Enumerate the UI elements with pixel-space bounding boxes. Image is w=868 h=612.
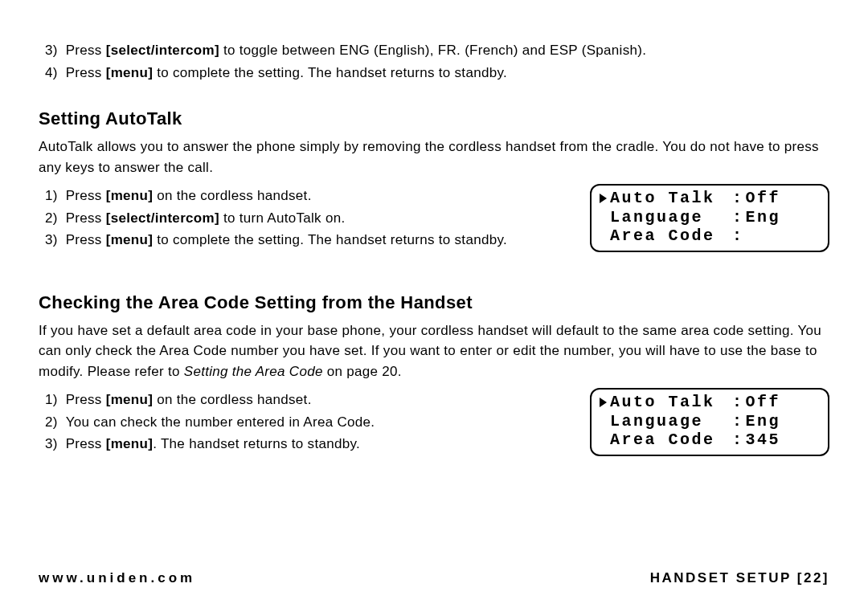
step-number: 4) bbox=[39, 63, 66, 84]
key-select-intercom: [select/intercom] bbox=[106, 210, 219, 226]
autotalk-step-1: 1) Press [menu] on the cordless handset. bbox=[39, 186, 575, 206]
lcd-row-auto-talk: Auto Talk : Off bbox=[600, 393, 820, 412]
step-number: 3) bbox=[39, 40, 66, 61]
step-text: Press [menu]. The handset returns to sta… bbox=[66, 434, 575, 455]
lcd-value: Off bbox=[746, 393, 781, 412]
lcd-value: Eng bbox=[746, 412, 781, 431]
lcd-separator: : bbox=[732, 189, 744, 208]
lcd-row-area-code: Area Code : bbox=[600, 226, 820, 246]
intro-step-3: 3) Press [select/intercom] to toggle bet… bbox=[39, 40, 829, 61]
heading-area-code: Checking the Area Code Setting from the … bbox=[39, 289, 829, 316]
step-number: 1) bbox=[39, 390, 66, 410]
autotalk-block: 1) Press [menu] on the cordless handset.… bbox=[39, 184, 829, 267]
lcd-row-auto-talk: Auto Talk : Off bbox=[600, 189, 820, 208]
lcd-display-autotalk: Auto Talk : Off Language : Eng Area Code… bbox=[590, 184, 829, 252]
footer-url: www.uniden.com bbox=[39, 570, 195, 586]
intro-step-list: 3) Press [select/intercom] to toggle bet… bbox=[39, 40, 829, 83]
cross-reference: Setting the Area Code bbox=[184, 364, 323, 379]
lcd-row-area-code: Area Code : 345 bbox=[600, 430, 820, 450]
step-number: 2) bbox=[39, 412, 66, 433]
step-number: 1) bbox=[39, 186, 66, 206]
lcd-label: Language bbox=[610, 208, 731, 227]
lcd-separator: : bbox=[732, 208, 744, 227]
lcd-display-area-code: Auto Talk : Off Language : Eng Area Code… bbox=[590, 388, 829, 456]
autotalk-step-2: 2) Press [select/intercom] to turn AutoT… bbox=[39, 208, 575, 229]
key-select-intercom: [select/intercom] bbox=[106, 43, 219, 58]
area-code-block: 1) Press [menu] on the cordless handset.… bbox=[39, 388, 829, 471]
lcd-row-language: Language : Eng bbox=[600, 208, 820, 227]
area-code-step-2: 2) You can check the number entered in A… bbox=[39, 412, 575, 433]
step-text: Press [menu] on the cordless handset. bbox=[66, 186, 575, 206]
autotalk-description: AutoTalk allows you to answer the phone … bbox=[39, 137, 829, 177]
lcd-row-language: Language : Eng bbox=[600, 412, 820, 431]
lcd-separator: : bbox=[732, 430, 744, 450]
manual-page: 3) Press [select/intercom] to toggle bet… bbox=[0, 0, 868, 612]
lcd-separator: : bbox=[732, 393, 744, 412]
autotalk-step-list: 1) Press [menu] on the cordless handset.… bbox=[39, 184, 575, 252]
lcd-value: Eng bbox=[746, 208, 781, 227]
lcd-label: Language bbox=[610, 412, 731, 431]
heading-autotalk: Setting AutoTalk bbox=[39, 105, 829, 132]
area-code-description: If you have set a default area code in y… bbox=[39, 320, 829, 382]
key-menu: [menu] bbox=[106, 65, 153, 80]
step-text: Press [menu] on the cordless handset. bbox=[66, 390, 575, 410]
cursor-icon bbox=[600, 194, 607, 203]
lcd-separator: : bbox=[732, 226, 744, 246]
area-code-step-1: 1) Press [menu] on the cordless handset. bbox=[39, 390, 575, 410]
key-menu: [menu] bbox=[106, 436, 153, 451]
lcd-label: Area Code bbox=[610, 226, 731, 246]
lcd-value: Off bbox=[746, 189, 781, 208]
step-number: 3) bbox=[39, 434, 66, 455]
lcd-value: 345 bbox=[746, 430, 781, 450]
step-number: 3) bbox=[39, 230, 66, 251]
lcd-separator: : bbox=[732, 412, 744, 431]
autotalk-step-3: 3) Press [menu] to complete the setting.… bbox=[39, 230, 575, 251]
lcd-label: Area Code bbox=[610, 430, 731, 450]
step-text: Press [select/intercom] to turn AutoTalk… bbox=[66, 208, 575, 229]
key-menu: [menu] bbox=[106, 232, 153, 247]
intro-step-4: 4) Press [menu] to complete the setting.… bbox=[39, 63, 829, 84]
area-code-step-3: 3) Press [menu]. The handset returns to … bbox=[39, 434, 575, 455]
step-number: 2) bbox=[39, 208, 66, 229]
page-content: 3) Press [select/intercom] to toggle bet… bbox=[39, 40, 829, 471]
step-text: Press [select/intercom] to toggle betwee… bbox=[66, 40, 829, 61]
step-text: Press [menu] to complete the setting. Th… bbox=[66, 63, 829, 84]
page-footer: www.uniden.com HANDSET SETUP [22] bbox=[39, 570, 829, 586]
lcd-label: Auto Talk bbox=[610, 393, 731, 412]
lcd-label: Auto Talk bbox=[610, 189, 731, 208]
area-code-step-list: 1) Press [menu] on the cordless handset.… bbox=[39, 388, 575, 456]
key-menu: [menu] bbox=[106, 392, 153, 407]
step-text: Press [menu] to complete the setting. Th… bbox=[66, 230, 575, 251]
step-text: You can check the number entered in Area… bbox=[66, 412, 575, 433]
page-number: [22] bbox=[797, 570, 829, 585]
footer-section: HANDSET SETUP [22] bbox=[650, 570, 829, 586]
key-menu: [menu] bbox=[106, 188, 153, 203]
cursor-icon bbox=[600, 398, 607, 407]
